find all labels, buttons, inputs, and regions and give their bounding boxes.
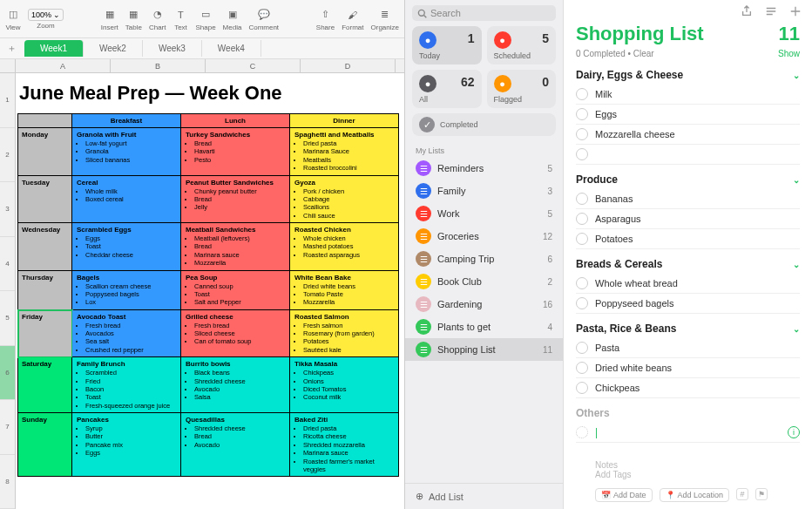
add-date-chip[interactable]: 📅Add Date bbox=[595, 488, 653, 502]
add-sheet-icon[interactable]: ＋ bbox=[3, 41, 19, 57]
list-book-club[interactable]: ☰Book Club2 bbox=[405, 270, 563, 293]
reminder-item[interactable]: Mozzarella cheese bbox=[576, 125, 800, 145]
meal-cell[interactable]: Burrito bowlsBlack beansShredded cheeseA… bbox=[181, 357, 290, 413]
meal-cell[interactable]: Meatball SandwichesMeatball (leftovers)B… bbox=[181, 223, 290, 271]
toolbar-media[interactable]: ▣Media bbox=[223, 7, 242, 31]
reminder-item[interactable]: Asparagus bbox=[576, 209, 800, 229]
show-button[interactable]: Show bbox=[778, 49, 800, 58]
day-friday[interactable]: Friday bbox=[18, 310, 72, 358]
meal-cell[interactable]: Roasted SalmonFresh salmonRosemary (from… bbox=[290, 310, 398, 358]
info-icon[interactable]: i bbox=[788, 426, 800, 438]
meal-cell[interactable]: Turkey SandwichesBreadHavartiPesto bbox=[181, 128, 290, 176]
checkbox-icon[interactable] bbox=[576, 362, 588, 374]
checkbox-icon[interactable] bbox=[576, 233, 588, 245]
col-D[interactable]: D bbox=[301, 59, 396, 72]
col-C[interactable]: C bbox=[206, 59, 301, 72]
day-sunday[interactable]: Sunday bbox=[18, 413, 72, 476]
checkbox-icon[interactable] bbox=[576, 148, 588, 160]
chevron-down-icon[interactable]: ⌄ bbox=[793, 71, 800, 80]
section-header[interactable]: Dairy, Eggs & Cheese⌄ bbox=[576, 65, 800, 85]
reminder-item[interactable]: Whole wheat bread bbox=[576, 274, 800, 294]
toolbar-shape[interactable]: ▭Shape bbox=[195, 7, 215, 31]
meal-cell[interactable]: CerealWhole milkBoxed cereal bbox=[72, 176, 181, 224]
col-A[interactable]: A bbox=[16, 59, 111, 72]
day-thursday[interactable]: Thursday bbox=[18, 271, 72, 310]
toolbar-text[interactable]: TText bbox=[173, 7, 188, 31]
day-wednesday[interactable]: Wednesday bbox=[18, 223, 72, 271]
meal-cell[interactable]: Baked ZitiDried pastaRicotta cheeseShred… bbox=[290, 413, 398, 476]
section-header[interactable]: Pasta, Rice & Beans⌄ bbox=[576, 319, 800, 338]
toolbar-organize[interactable]: ≣Organize bbox=[371, 7, 399, 31]
tab-week1[interactable]: Week1 bbox=[24, 40, 84, 57]
row-1[interactable]: 1 bbox=[0, 73, 15, 128]
toolbar-chart[interactable]: ◔Chart bbox=[149, 7, 166, 31]
meal-cell[interactable]: PancakesSyrupButterPancake mixEggs bbox=[72, 413, 181, 476]
reminder-item[interactable]: Poppyseed bagels bbox=[576, 294, 800, 314]
meal-cell[interactable]: Avocado ToastFresh breadAvocadosSea salt… bbox=[72, 310, 181, 358]
row-3[interactable]: 3 bbox=[0, 182, 15, 237]
list-camping-trip[interactable]: ☰Camping Trip6 bbox=[405, 248, 563, 270]
day-tuesday[interactable]: Tuesday bbox=[18, 176, 72, 224]
checkbox-icon[interactable] bbox=[576, 277, 588, 289]
reminder-item[interactable]: Potatoes bbox=[576, 229, 800, 249]
share-icon[interactable] bbox=[741, 5, 753, 17]
checkbox-icon[interactable] bbox=[576, 342, 588, 354]
toolbar-comment[interactable]: 💬Comment bbox=[248, 7, 279, 31]
tab-week4[interactable]: Week4 bbox=[202, 40, 261, 57]
smart-all[interactable]: ●62All bbox=[412, 70, 482, 108]
meal-cell[interactable]: Peanut Butter SandwichesChunky peanut bu… bbox=[181, 176, 290, 224]
reminder-item-blank[interactable] bbox=[576, 145, 800, 165]
checkbox-icon[interactable] bbox=[576, 128, 588, 140]
smart-flagged[interactable]: ●0Flagged bbox=[487, 70, 557, 108]
reminder-item[interactable]: Bananas bbox=[576, 189, 800, 209]
add-location-chip[interactable]: 📍Add Location bbox=[660, 488, 730, 502]
meal-cell[interactable]: Spaghetti and MeatballsDried pastaMarina… bbox=[290, 128, 398, 176]
reminder-item[interactable]: Dried white beans bbox=[576, 358, 800, 378]
meal-cell[interactable]: Family BrunchScrambledFriedBaconToastFre… bbox=[72, 357, 181, 413]
checkbox-icon[interactable] bbox=[576, 88, 588, 100]
meal-cell[interactable]: BagelsScallion cream cheesePoppyseed bag… bbox=[72, 271, 181, 310]
toolbar-format[interactable]: 🖌Format bbox=[342, 7, 363, 31]
row-2[interactable]: 2 bbox=[0, 128, 15, 183]
zoom-select[interactable]: 100% ⌄ bbox=[28, 9, 64, 21]
list-gardening[interactable]: ☰Gardening16 bbox=[405, 293, 563, 316]
toolbar-share[interactable]: ⇧Share bbox=[316, 7, 335, 31]
list-shopping-list[interactable]: ☰Shopping List11 bbox=[405, 338, 563, 361]
chevron-down-icon[interactable]: ⌄ bbox=[793, 175, 800, 185]
tab-week2[interactable]: Week2 bbox=[84, 40, 143, 57]
add-list-button[interactable]: ⊕ Add List bbox=[405, 483, 563, 509]
toolbar-zoom[interactable]: 100% ⌄Zoom bbox=[28, 9, 64, 30]
reminder-item[interactable]: Milk bbox=[576, 85, 800, 105]
list-groceries[interactable]: ☰Groceries12 bbox=[405, 225, 563, 248]
chevron-down-icon[interactable]: ⌄ bbox=[793, 324, 800, 334]
reminder-item[interactable]: Chickpeas bbox=[576, 378, 800, 398]
chevron-down-icon[interactable]: ⌄ bbox=[793, 260, 800, 269]
clear-button[interactable]: Clear bbox=[633, 49, 654, 58]
meal-cell[interactable]: Pea SoupCanned soupToastSalt and Pepper bbox=[181, 271, 290, 310]
reminder-item[interactable]: Eggs bbox=[576, 105, 800, 125]
meal-cell[interactable]: QuesadillasShredded cheeseBreadAvocado bbox=[181, 413, 290, 476]
list-work[interactable]: ☰Work5 bbox=[405, 202, 563, 225]
smart-scheduled[interactable]: ●5Scheduled bbox=[487, 26, 557, 64]
checkbox-icon[interactable] bbox=[576, 297, 588, 309]
toolbar-insert[interactable]: ▦Insert bbox=[101, 7, 118, 31]
day-saturday[interactable]: Saturday bbox=[18, 357, 72, 413]
spreadsheet-grid[interactable]: June Meal Prep — Week One BreakfastLunch… bbox=[16, 73, 404, 509]
checkbox-icon[interactable] bbox=[576, 213, 588, 225]
section-header[interactable]: Produce⌄ bbox=[576, 170, 800, 189]
toolbar-view[interactable]: ◫View bbox=[5, 7, 21, 31]
col-B[interactable]: B bbox=[111, 59, 206, 72]
meal-cell[interactable]: White Bean BakeDried white beansTomato P… bbox=[290, 271, 398, 310]
meal-cell[interactable]: Scrambled EggsEggsToastCheddar cheese bbox=[72, 223, 181, 271]
smart-today[interactable]: ●1Today bbox=[412, 26, 482, 64]
list-reminders[interactable]: ☰Reminders5 bbox=[405, 157, 563, 180]
meal-cell[interactable]: Granola with FruitLow-fat yogurtGranolaS… bbox=[72, 128, 181, 176]
section-header[interactable]: Breads & Cereals⌄ bbox=[576, 254, 800, 274]
tag-icon[interactable]: # bbox=[736, 488, 748, 500]
day-monday[interactable]: Monday bbox=[18, 128, 72, 176]
toggle-icon[interactable] bbox=[765, 5, 777, 17]
section-header[interactable]: Others bbox=[576, 404, 800, 423]
meal-cell[interactable]: Tikka MasalaChickpeasOnionsDiced Tomatos… bbox=[290, 357, 398, 413]
row-6[interactable]: 6 bbox=[0, 346, 15, 401]
checkbox-icon[interactable] bbox=[576, 193, 588, 205]
